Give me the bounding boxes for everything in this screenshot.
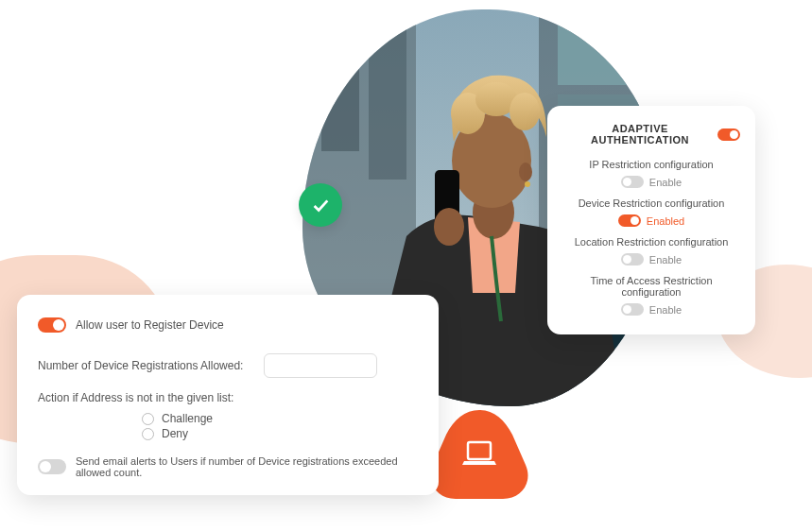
toggle-status-label: Enable xyxy=(649,304,682,316)
email-alerts-label: Send email alerts to Users if number of … xyxy=(76,455,418,478)
num-registrations-input[interactable] xyxy=(264,353,377,378)
email-alerts-toggle[interactable] xyxy=(38,459,66,474)
allow-register-toggle[interactable] xyxy=(38,317,66,333)
radio-label: Challenge xyxy=(162,412,213,425)
ip-restriction-toggle[interactable] xyxy=(621,176,644,188)
time-restriction-toggle[interactable] xyxy=(621,303,644,316)
adaptive-auth-master-toggle[interactable] xyxy=(717,128,740,141)
device-registration-card: Allow user to Register Device Number of … xyxy=(17,295,439,495)
toggle-status-label: Enabled xyxy=(647,215,684,227)
svg-point-13 xyxy=(525,181,530,187)
radio-label: Deny xyxy=(162,427,188,440)
location-restriction-toggle[interactable] xyxy=(621,253,644,266)
config-label-ip: IP Restriction configuration xyxy=(561,159,742,170)
config-label-device: Device Restriction configuration xyxy=(561,197,742,209)
svg-point-11 xyxy=(510,93,540,130)
svg-point-12 xyxy=(519,163,532,181)
allow-register-label: Allow user to Register Device xyxy=(76,318,224,332)
svg-rect-3 xyxy=(369,28,406,180)
check-icon xyxy=(310,195,331,215)
toggle-status-label: Enable xyxy=(649,177,682,188)
num-registrations-label: Number of Device Registrations Allowed: xyxy=(38,359,243,372)
device-restriction-toggle[interactable] xyxy=(618,214,641,227)
config-label-time: Time of Access Restriction configuration xyxy=(561,275,742,298)
action-if-address-label: Action if Address is not in the given li… xyxy=(38,391,418,404)
svg-rect-16 xyxy=(468,442,491,459)
adaptive-auth-title: ADAPTIVE AUTHENTICATION xyxy=(562,123,717,146)
svg-rect-5 xyxy=(558,19,643,85)
radio-option-challenge[interactable]: Challenge xyxy=(142,412,418,425)
radio-icon xyxy=(142,428,154,440)
radio-icon xyxy=(142,413,154,425)
svg-point-15 xyxy=(434,208,464,246)
laptop-icon xyxy=(460,438,498,469)
laptop-badge xyxy=(427,406,531,501)
adaptive-authentication-card: ADAPTIVE AUTHENTICATION IP Restriction c… xyxy=(547,106,755,334)
svg-rect-2 xyxy=(321,38,359,151)
config-label-location: Location Restriction configuration xyxy=(561,236,742,248)
check-badge xyxy=(299,183,342,227)
radio-option-deny[interactable]: Deny xyxy=(142,427,418,440)
toggle-status-label: Enable xyxy=(649,254,682,266)
